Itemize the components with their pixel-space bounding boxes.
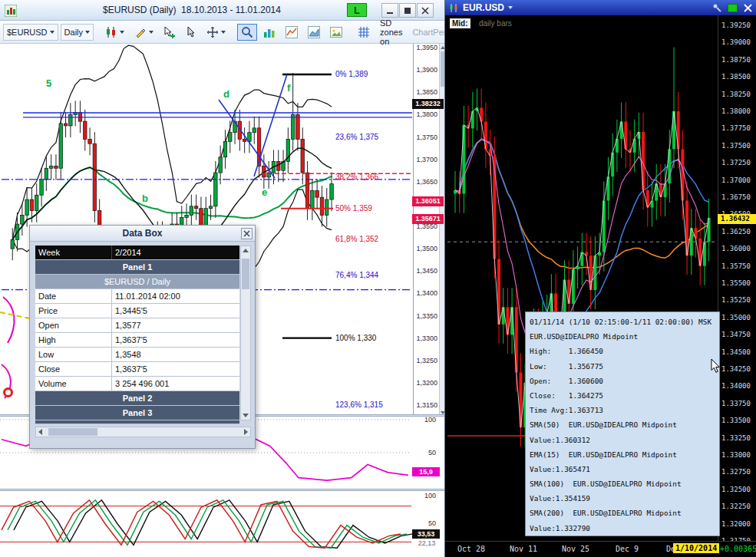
row-value: 1,3548 — [112, 350, 239, 359]
price-axis-label: 1,3500 — [416, 245, 437, 252]
symbol-select[interactable]: $EURUSD — [3, 24, 58, 41]
price-axis-label: 1,3250 — [416, 357, 437, 364]
scrollbar-thumb[interactable] — [441, 51, 444, 87]
chart-marker-icon — [3, 387, 13, 397]
databox-vertical-scrollbar[interactable] — [240, 246, 251, 420]
titlebar[interactable]: EUR.USD — [445, 0, 756, 15]
scroll-up-icon[interactable] — [243, 249, 249, 252]
oscillator-panel-2[interactable] — [0, 491, 413, 557]
series-label: $EURUSD / Daily — [104, 277, 170, 286]
right-price-axis[interactable]: 1.392501.390001.387501.385001.382501.380… — [718, 15, 756, 542]
period-select[interactable]: Daily — [61, 24, 94, 41]
close-icon — [243, 230, 250, 237]
chevron-down-icon — [149, 31, 154, 34]
tooltip-line: EUR.USD@IDEALPRO Midpoint — [530, 329, 715, 344]
price-axis-label: 1.33750 — [721, 400, 751, 407]
live-button[interactable]: L — [347, 3, 367, 17]
scroll-left-icon[interactable] — [38, 429, 42, 435]
databox-window[interactable]: Data Box Week2/2014Panel 1$EURUSD / Dail… — [29, 225, 256, 449]
area-chart-icon — [308, 26, 320, 38]
chart-period-button[interactable]: ChartPeriod — [408, 24, 445, 41]
wave-label: e — [262, 186, 267, 198]
price-axis-label: 1.35750 — [721, 262, 751, 270]
price-axis-label: 1.34750 — [721, 331, 751, 338]
zoom-tool-button[interactable] — [237, 24, 257, 41]
row-label: Volume — [35, 377, 112, 391]
close-button[interactable] — [417, 3, 434, 18]
price-axis-label: 1,3700 — [416, 156, 437, 163]
time-axis-label: Nov 25 — [562, 545, 589, 553]
row-label: High — [35, 333, 112, 347]
price-axis-label: 1.32750 — [721, 468, 751, 476]
panel-header-label: Panel 1 — [123, 262, 153, 272]
price-badge: 1.38232 — [412, 99, 444, 109]
databox-panel-header: Panel 2 — [35, 391, 239, 406]
minimize-button[interactable] — [381, 3, 398, 18]
draw-tool-button[interactable] — [130, 24, 157, 41]
price-axis-label: 1.35500 — [721, 279, 751, 287]
titlebar[interactable]: $EURUSD (Daily) 18.10.2013 - 11.01.2014 … — [0, 0, 444, 21]
panel-header-label: Panel 3 — [123, 408, 153, 417]
pan-tool-button[interactable] — [203, 24, 229, 41]
price-axis-label: 1.34000 — [721, 382, 751, 390]
price-axis-label: 1,3400 — [416, 289, 437, 297]
databox-week-value: 2/2014 — [112, 248, 239, 257]
candle-style-button[interactable] — [101, 24, 128, 41]
row-label: Price — [35, 304, 112, 318]
scroll-right-icon[interactable] — [244, 429, 248, 435]
chart-style-button-2[interactable] — [304, 24, 324, 41]
tooltip-line: EMA(15) EUR.USD@IDEALPRO Midpoint — [530, 447, 715, 462]
tooltip-line: Value:1.332790 — [530, 521, 715, 536]
databox-horizontal-scrollbar[interactable] — [35, 427, 251, 437]
databox-panel-header-partial — [35, 420, 239, 424]
pin-icon[interactable] — [712, 3, 721, 12]
price-axis-label: 1.39000 — [721, 38, 751, 46]
chevron-down-icon — [221, 31, 226, 34]
close-icon[interactable] — [744, 4, 752, 12]
tooltip-line: Value:1.365471 — [530, 462, 715, 476]
time-axis[interactable]: Oct 28Nov 11Nov 25Dec 9Dec 23 1/10/2014 … — [445, 541, 756, 557]
row-value: 3 254 496 001 — [112, 379, 239, 388]
pointer-tool-button[interactable] — [182, 24, 200, 41]
scroll-down-icon[interactable] — [243, 414, 249, 417]
data-tooltip: 01/11/14 (1/10 02:15:00-1/11 02:00:00) M… — [525, 311, 720, 536]
maximize-button[interactable] — [399, 3, 416, 18]
fib-label: 100% 1,330 — [335, 334, 377, 342]
price-axis-label: 1,3900 — [416, 66, 437, 74]
grid-icon — [358, 26, 370, 38]
image-icon — [330, 26, 342, 38]
price-axis-label: 1.34500 — [721, 348, 751, 356]
scroll-up-icon[interactable] — [441, 46, 445, 49]
move-crosshair-icon — [206, 26, 219, 38]
price-axis-label: 1.36000 — [721, 245, 751, 252]
stoch-k-line — [2, 500, 401, 548]
scrollbar-thumb[interactable] — [48, 428, 97, 436]
price-axis-label: 1.38750 — [721, 56, 751, 64]
add-cursor-button[interactable] — [160, 24, 180, 41]
minimize-icon — [386, 7, 394, 15]
databox-titlebar[interactable]: Data Box — [30, 226, 255, 242]
price-axis-label: 1.37750 — [721, 124, 751, 132]
layout-button[interactable] — [259, 24, 279, 41]
price-axis-label: 1.36750 — [721, 193, 751, 201]
scrollbar-thumb[interactable] — [242, 259, 249, 289]
sd-zones-toggle[interactable]: SD zones on — [376, 24, 406, 41]
sd-zones-label: SD zones on — [380, 18, 402, 46]
row-label: Close — [35, 362, 112, 376]
price-badge: 1.36051 — [412, 196, 444, 206]
databox-close-button[interactable] — [241, 228, 253, 239]
snapshot-button[interactable] — [326, 24, 346, 41]
chart-period-label: ChartPeriod — [412, 28, 445, 37]
osc1-axis-50: 50 — [413, 449, 436, 456]
price-axis-label: 1.36250 — [721, 228, 751, 236]
tooltip-line: Value:1.354159 — [530, 491, 715, 506]
link-status-icon[interactable] — [728, 4, 738, 12]
tooltip-line: SMA(200) EUR.USD@IDEALPRO Midpoint — [530, 506, 715, 520]
tooltip-line: Open: 1.360600 — [530, 374, 715, 388]
grid-button[interactable] — [354, 24, 374, 41]
databox-table: Week2/2014Panel 1$EURUSD / DailyDate11.0… — [35, 246, 239, 424]
row-value: 1,3637'5 — [112, 335, 239, 344]
osc1-value-badge: 15,9 — [412, 467, 440, 476]
price-axis-label: 1.32500 — [721, 486, 751, 493]
chart-style-button-1[interactable] — [282, 24, 302, 41]
